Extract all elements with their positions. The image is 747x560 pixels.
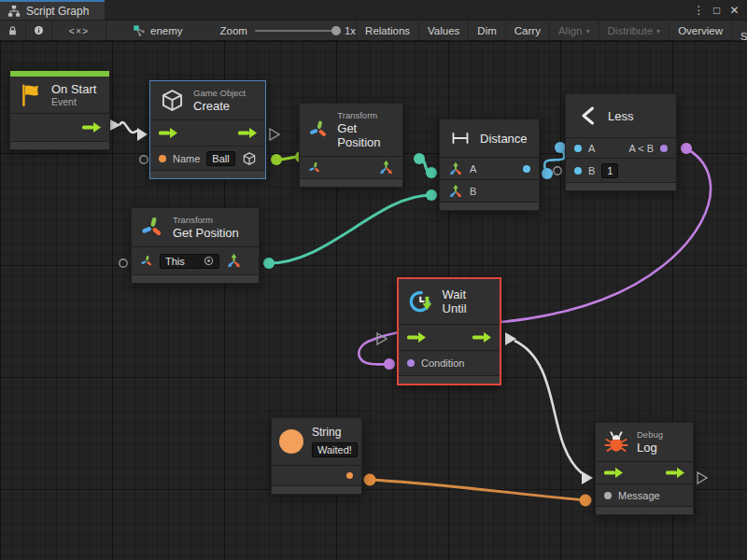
less-than-icon (577, 105, 599, 127)
less-b-connector-empty[interactable] (554, 167, 561, 175)
wire-wait-to-log[interactable] (514, 341, 582, 473)
flow-out-port[interactable] (238, 128, 257, 138)
flow-out-port[interactable] (666, 468, 684, 478)
node-title: Get Position (337, 121, 394, 149)
name-value-field[interactable]: Ball (206, 151, 234, 166)
flow-in-connector-wait-empty[interactable] (377, 333, 387, 344)
flow-in-connector-create[interactable] (137, 128, 148, 141)
flow-in-connector-log[interactable] (582, 471, 593, 484)
zoom-slider[interactable] (255, 30, 337, 32)
script-graph-window: Script Graph ⋮ □ ✕ <×> (0, 0, 747, 560)
transform-input-connector-empty[interactable] (120, 259, 127, 267)
node-get-position-b[interactable]: Transform Get Position This (131, 207, 260, 284)
float-port-b[interactable] (574, 167, 582, 175)
string-value-field[interactable]: Waited! (312, 442, 358, 457)
graph-breadcrumb[interactable]: enemy (127, 21, 189, 40)
game-object-out-port-icon[interactable] (242, 151, 257, 166)
transform-in-port-icon[interactable] (308, 161, 321, 175)
vector3-port-icon[interactable] (448, 184, 463, 199)
node-wait-until[interactable]: Wait Until Condition (397, 277, 501, 385)
node-create-game-object[interactable]: Game Object Create Name Ball (149, 80, 266, 179)
node-debug-log[interactable]: Debug Log Message (595, 422, 694, 515)
vector3-out-port-icon[interactable] (378, 160, 394, 175)
position-out-connector-b[interactable] (263, 258, 275, 269)
transform-icon (308, 118, 329, 142)
zoom-label: Zoom (220, 25, 247, 36)
fullscreen-button[interactable]: Full Screen (731, 21, 747, 40)
message-port[interactable] (604, 492, 612, 499)
float-out-port[interactable] (523, 165, 530, 173)
close-icon[interactable]: ✕ (727, 4, 741, 17)
node-string-literal[interactable]: String Waited! (271, 417, 362, 495)
flow-in-port[interactable] (604, 468, 623, 478)
code-view-button[interactable]: <×> (52, 21, 106, 40)
transform-in-port-icon[interactable] (140, 255, 153, 268)
wire-position-b-to-distance-b[interactable] (269, 195, 431, 263)
game-object-cube-icon (160, 88, 185, 113)
less-out-connector[interactable] (681, 143, 692, 154)
distribute-dropdown[interactable]: Distribute▾ (599, 21, 669, 40)
zoom-slider-handle[interactable] (331, 26, 341, 35)
node-title: Get Position (173, 226, 239, 240)
graph-canvas[interactable]: On Start Event Game Object Create (0, 41, 747, 560)
values-button[interactable]: Values (418, 21, 468, 40)
gameobject-out-connector[interactable] (271, 154, 282, 165)
flow-in-port[interactable] (159, 128, 177, 138)
wire-distance-to-less[interactable] (544, 147, 564, 174)
lock-button[interactable] (0, 21, 26, 40)
wire-position-a-to-distance-a[interactable] (419, 159, 431, 173)
object-picker-icon[interactable] (204, 256, 214, 266)
wire-create-to-get-position[interactable] (276, 157, 301, 160)
tab-bar: Script Graph ⋮ □ ✕ (0, 0, 747, 21)
carry-button[interactable]: Carry (505, 21, 549, 40)
node-on-start-event[interactable]: On Start Event (9, 70, 110, 150)
name-input-connector-empty[interactable] (140, 156, 148, 163)
window-controls: ⋮ □ ✕ (692, 0, 747, 20)
node-distance[interactable]: Distance A B (439, 119, 540, 211)
target-object-field[interactable]: This (160, 254, 219, 269)
wire-string-to-message[interactable] (370, 480, 585, 500)
node-get-position-a[interactable]: Transform Get Position (299, 103, 403, 188)
distance-out-connector[interactable] (542, 168, 553, 179)
string-out-connector[interactable] (364, 474, 376, 486)
condition-port[interactable] (407, 359, 415, 367)
chevron-down-icon: ▾ (656, 27, 660, 35)
window-menu-icon[interactable]: ⋮ (692, 4, 706, 17)
flow-out-connector-on-start[interactable] (110, 119, 120, 131)
condition-in-connector[interactable] (384, 358, 395, 370)
inspect-button[interactable] (26, 21, 52, 40)
distance-b-in-connector[interactable] (426, 189, 437, 201)
distance-a-in-connector[interactable] (426, 167, 437, 178)
node-title: Log (637, 441, 663, 455)
string-out-port[interactable] (346, 472, 353, 479)
b-value-field[interactable]: 1 (601, 163, 618, 178)
node-footer (566, 183, 676, 190)
flow-out-connector-create-empty[interactable] (270, 129, 279, 140)
align-dropdown[interactable]: Align▾ (549, 21, 599, 40)
bool-out-port[interactable] (660, 145, 668, 152)
node-footer (440, 203, 539, 210)
position-out-connector-a[interactable] (414, 153, 425, 164)
flow-out-port[interactable] (82, 122, 101, 133)
wire-on-start-to-create[interactable] (120, 122, 141, 133)
flow-out-connector-log-empty[interactable] (698, 472, 707, 483)
name-port-label: Name (173, 153, 200, 164)
node-less[interactable]: Less A A < B B 1 (565, 93, 677, 191)
dim-button[interactable]: Dim (468, 21, 504, 40)
vector3-port-icon[interactable] (448, 161, 463, 176)
flow-out-connector-wait[interactable] (505, 332, 516, 345)
string-port[interactable] (159, 155, 166, 162)
float-port-a[interactable] (574, 145, 582, 152)
zoom-control: Zoom 1x (220, 21, 357, 40)
node-footer (596, 507, 693, 514)
tab-script-graph[interactable]: Script Graph (0, 0, 105, 20)
flow-out-port[interactable] (472, 332, 491, 343)
message-in-connector[interactable] (580, 495, 592, 507)
maximize-icon[interactable]: □ (710, 4, 724, 17)
overview-button[interactable]: Overview (669, 21, 731, 40)
flow-in-port[interactable] (407, 332, 426, 343)
node-footer (150, 171, 265, 178)
vector3-out-port-icon[interactable] (226, 253, 242, 269)
relations-button[interactable]: Relations (356, 21, 418, 40)
graph-toolbar: <×> enemy Zoom 1x Relations Values Dim C… (0, 21, 747, 41)
